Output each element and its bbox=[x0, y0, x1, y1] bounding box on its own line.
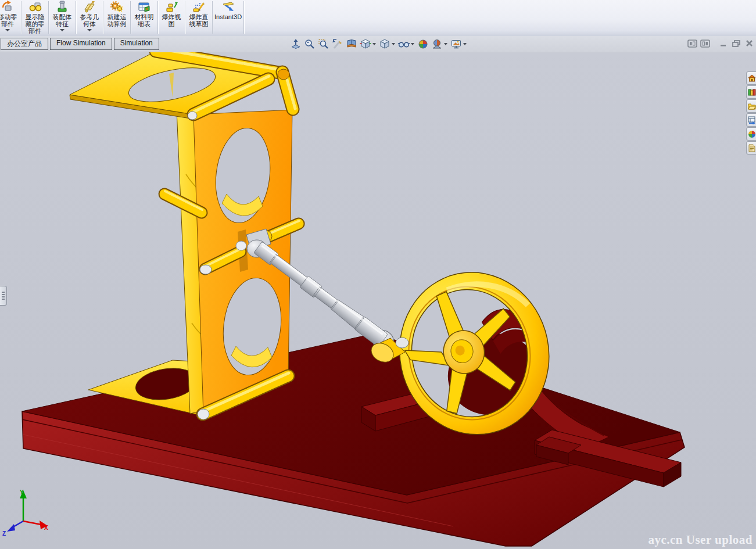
button-assembly-features[interactable]: 装配体 特征 bbox=[49, 0, 76, 35]
dropdown-arrow-icon[interactable] bbox=[60, 29, 65, 31]
triad-x-label: X bbox=[44, 525, 48, 531]
dropdown-arrow-icon[interactable] bbox=[87, 29, 92, 31]
display-style-icon[interactable] bbox=[378, 38, 392, 51]
show-hidden-components-icon bbox=[28, 1, 42, 13]
instant3d-icon bbox=[220, 1, 237, 13]
dropdown-arrow-icon[interactable] bbox=[463, 43, 467, 45]
zoom-to-area-icon[interactable] bbox=[317, 38, 331, 51]
button-label: 参考几 bbox=[80, 13, 99, 20]
tab-custom-properties[interactable] bbox=[746, 141, 756, 155]
task-pane-tabs bbox=[746, 71, 756, 155]
button-label: 显示隐 bbox=[26, 13, 45, 20]
button-label: 爆炸视 bbox=[162, 13, 181, 20]
tab-solidworks-resources[interactable] bbox=[746, 71, 756, 85]
graphics-viewport[interactable]: Y X Z bbox=[0, 52, 756, 549]
dropdown-arrow-icon[interactable] bbox=[392, 43, 395, 45]
edit-appearance-icon[interactable] bbox=[416, 38, 430, 51]
flyout-grip-icon bbox=[2, 292, 5, 300]
assembly-features-icon bbox=[55, 1, 69, 13]
dropdown-arrow-icon[interactable] bbox=[444, 43, 447, 45]
button-explode-line-sketch[interactable]: 爆炸直 线草图 bbox=[185, 0, 212, 35]
reference-geometry-icon bbox=[83, 1, 96, 13]
tab-view-palette[interactable] bbox=[746, 113, 756, 127]
new-motion-study-icon bbox=[109, 1, 124, 13]
heads-up-view-toolbar bbox=[289, 38, 468, 51]
view-orientation-icon[interactable] bbox=[359, 38, 372, 51]
close-icon[interactable] bbox=[744, 39, 754, 48]
restore-icon[interactable] bbox=[731, 39, 741, 48]
button-label: 装配体 bbox=[53, 13, 72, 20]
button-label: 藏的零 bbox=[26, 20, 45, 27]
dropdown-arrow-icon[interactable] bbox=[5, 29, 10, 31]
button-label: 动算例 bbox=[108, 20, 127, 27]
previous-view-icon[interactable] bbox=[331, 38, 345, 51]
tab-appearances-scenes[interactable] bbox=[746, 127, 756, 141]
triad-y-label: Y bbox=[20, 489, 24, 496]
button-label: 线草图 bbox=[189, 20, 209, 27]
button-label: 部件 bbox=[1, 20, 14, 27]
section-view-icon[interactable] bbox=[345, 38, 359, 51]
bill-of-materials-icon bbox=[137, 1, 151, 13]
tab-office-products[interactable]: 办公室产品 bbox=[1, 38, 48, 50]
button-label: 特征 bbox=[56, 20, 69, 27]
toolbar-separator bbox=[243, 1, 244, 34]
minimize-icon[interactable] bbox=[718, 39, 729, 48]
button-move-component[interactable]: 移动零 部件 bbox=[0, 0, 21, 35]
assembly-model: Y X Z bbox=[0, 52, 756, 549]
apply-scene-icon[interactable] bbox=[430, 38, 444, 51]
button-exploded-view[interactable]: 爆炸视 图 bbox=[158, 0, 185, 35]
button-label: 细表 bbox=[138, 20, 151, 27]
window-controls bbox=[687, 39, 754, 48]
previous-pane-icon[interactable] bbox=[687, 39, 697, 48]
button-label: 移动零 bbox=[0, 13, 17, 20]
appearances-icon bbox=[748, 130, 756, 138]
button-new-motion-study[interactable]: 新建运 动算例 bbox=[103, 0, 130, 35]
tab-file-explorer[interactable] bbox=[746, 99, 756, 113]
hinge-pin-cap bbox=[198, 409, 209, 419]
hide-show-items-icon[interactable] bbox=[397, 38, 411, 51]
button-label: 何体 bbox=[83, 20, 96, 27]
feature-tree-flyout-tab[interactable] bbox=[0, 286, 7, 306]
button-label: 图 bbox=[169, 20, 175, 27]
zoom-in-out-icon[interactable] bbox=[303, 38, 317, 51]
command-manager-toolbar: 移动零 部件 显示隐 藏的零 部件 装配体 特征 bbox=[0, 0, 756, 37]
tab-band: 办公室产品 Flow Simulation Simulation bbox=[0, 36, 756, 53]
explode-line-sketch-icon bbox=[192, 1, 206, 13]
tab-design-library[interactable] bbox=[746, 85, 756, 99]
button-label: 部件 bbox=[28, 27, 41, 34]
button-label: 材料明 bbox=[135, 13, 154, 20]
file-explorer-icon bbox=[748, 102, 756, 110]
custom-properties-icon bbox=[748, 144, 756, 152]
triad-z-label: Z bbox=[2, 530, 6, 537]
dropdown-arrow-icon[interactable] bbox=[411, 43, 414, 45]
button-label: Instant3D bbox=[214, 13, 242, 20]
button-show-hidden-components[interactable]: 显示隐 藏的零 部件 bbox=[22, 0, 48, 35]
next-pane-icon[interactable] bbox=[700, 39, 710, 48]
hinge-pin-cap bbox=[200, 265, 212, 274]
button-label: 爆炸直 bbox=[189, 13, 209, 20]
design-library-icon bbox=[748, 88, 756, 96]
move-component-icon bbox=[1, 1, 15, 13]
button-label: 新建运 bbox=[108, 13, 127, 20]
document-tabs: 办公室产品 Flow Simulation Simulation bbox=[1, 38, 161, 50]
button-reference-geometry[interactable]: 参考几 何体 bbox=[76, 0, 103, 35]
button-instant3d[interactable]: Instant3D bbox=[213, 0, 243, 35]
orientation-triad: Y X Z bbox=[2, 489, 48, 537]
view-palette-icon bbox=[748, 116, 756, 124]
button-bill-of-materials[interactable]: 材料明 细表 bbox=[131, 0, 157, 35]
tab-simulation[interactable]: Simulation bbox=[114, 38, 159, 50]
hinge-end-cap bbox=[278, 69, 289, 80]
view-settings-icon[interactable] bbox=[449, 38, 463, 51]
exploded-view-icon bbox=[164, 1, 178, 13]
watermark: ayc.cn User upload bbox=[648, 533, 753, 547]
zoom-to-fit-icon[interactable] bbox=[289, 38, 303, 51]
home-icon bbox=[748, 74, 756, 82]
dropdown-arrow-icon[interactable] bbox=[372, 43, 376, 45]
tab-flow-simulation[interactable]: Flow Simulation bbox=[50, 38, 112, 50]
hinge-pin-cap bbox=[188, 112, 197, 120]
